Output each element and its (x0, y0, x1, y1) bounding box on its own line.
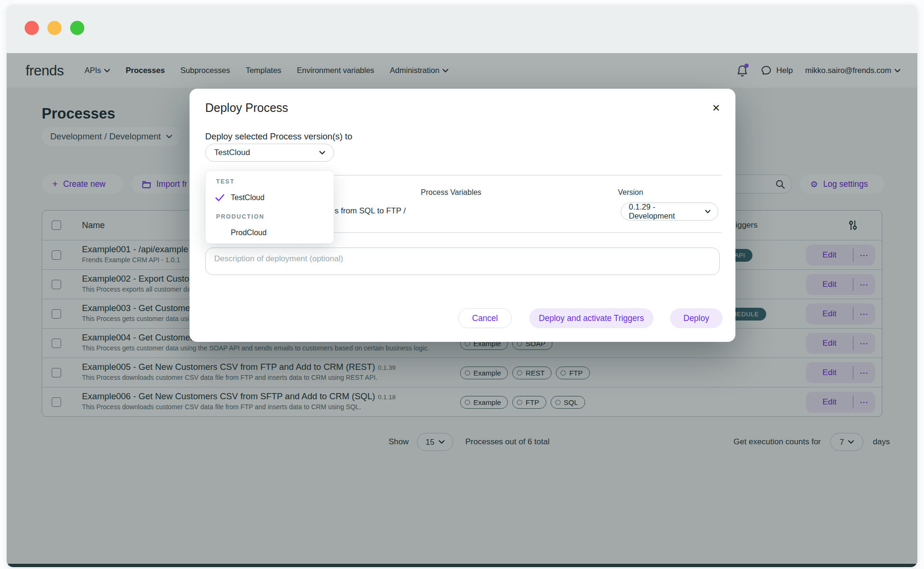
chevron-down-icon (319, 151, 325, 155)
window-titlebar (7, 5, 917, 53)
environment-dropdown: TEST TestCloud PRODUCTION ProdCloud (205, 170, 334, 244)
deploy-to-label: Deploy selected Process version(s) to (205, 131, 353, 142)
environment-select[interactable]: TestCloud (205, 144, 334, 162)
process-name-fragment: s from SQL to FTP / (335, 206, 406, 216)
process-variables-column-header: Process Variables (404, 188, 498, 197)
window-maximize-button[interactable] (70, 21, 84, 35)
deploy-and-activate-triggers-button[interactable]: Deploy and activate Triggers (529, 308, 653, 328)
close-icon[interactable]: ✕ (709, 100, 723, 116)
dropdown-option-prodcloud[interactable]: ProdCloud (206, 226, 334, 240)
dropdown-option-testcloud[interactable]: TestCloud (206, 191, 334, 205)
window-minimize-button[interactable] (47, 21, 62, 35)
deploy-button[interactable]: Deploy (670, 308, 723, 328)
deployment-description-input[interactable] (205, 248, 720, 275)
modal-title: Deploy Process (205, 101, 288, 115)
screen: { "window": { "controls": { "close": "#F… (0, 0, 924, 569)
app-window: frends APIs Processes Subprocesses Templ… (7, 5, 917, 567)
cancel-button[interactable]: Cancel (458, 308, 512, 328)
check-icon (215, 194, 225, 202)
dropdown-group-production: PRODUCTION (216, 213, 264, 220)
version-column-header: Version (618, 188, 643, 197)
version-select[interactable]: 0.1.29 - Development (621, 202, 718, 220)
dropdown-group-test: TEST (216, 178, 235, 185)
deploy-process-modal: Deploy Process ✕ Deploy selected Process… (190, 89, 735, 342)
chevron-down-icon (705, 210, 710, 213)
window-close-button[interactable] (25, 21, 39, 35)
